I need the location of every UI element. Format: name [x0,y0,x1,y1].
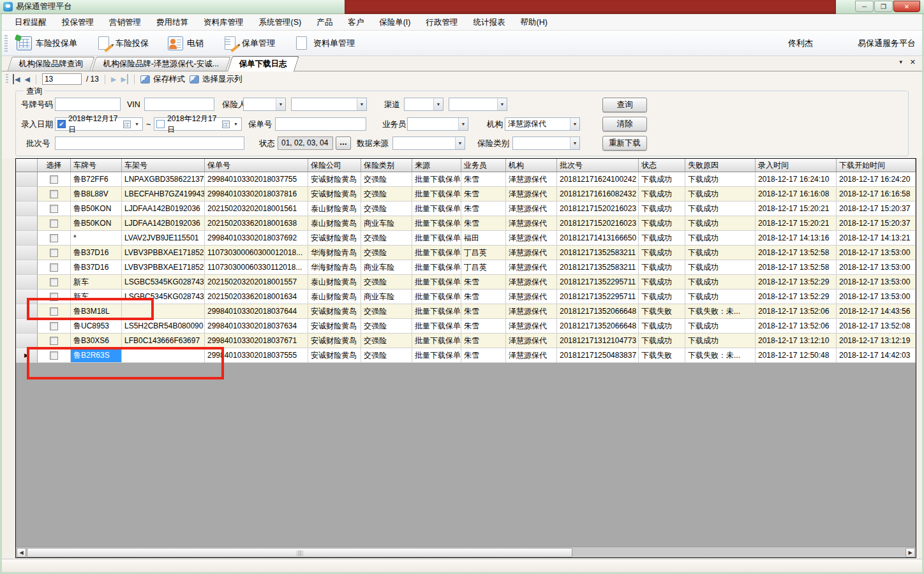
grid-cell[interactable]: 安诚财险黄岛 [308,348,361,363]
grid-cell[interactable]: 批量下载保单 [412,275,461,290]
grid-cell[interactable]: 下载成功 [639,246,685,260]
grid-cell[interactable]: LJDFAA142B0192036 [122,216,205,231]
grid-cell[interactable]: 鲁B37D16 [71,246,122,260]
grid-cell[interactable]: 批量下载保单 [412,202,461,216]
grid-cell[interactable]: 2018-12-17 16:16:58 [837,187,916,202]
grid-cell[interactable]: 鲁B37D16 [71,260,122,275]
column-header[interactable]: 保险类别 [361,159,412,172]
grid-cell[interactable]: 交强险 [361,202,412,216]
next-page-icon[interactable]: ▶ [111,74,116,84]
grid-cell[interactable]: 安诚财险黄岛 [308,187,361,202]
save-style-button[interactable]: 保存样式 [140,74,185,85]
grid-cell[interactable]: 下载成功 [639,319,685,334]
grid-cell[interactable]: 下载成功 [639,202,685,216]
grid-cell[interactable]: 299840103302018037634 [205,319,308,334]
grid-cell[interactable]: 下载成功 [685,202,756,216]
grid-cell[interactable]: 新车 [71,290,122,304]
grid-cell[interactable]: 下载成功 [639,260,685,275]
grid-cell[interactable]: 朱雪 [461,348,506,363]
grid-cell[interactable]: 299840103302018037644 [205,304,308,319]
grid-cell[interactable]: 交强险 [361,187,412,202]
grid-cell[interactable]: LSGBC5345KG028743 [122,290,205,304]
grid-cell[interactable]: 2018-12-17 13:53:00 [837,290,916,304]
tab-close-icon[interactable]: ✕ [910,58,916,66]
row-indicator[interactable]: ▶ [16,348,38,363]
grid-cell[interactable]: 泰山财险黄岛 [308,216,361,231]
menu-item[interactable]: 统计报表 [465,15,512,30]
grid-cell[interactable] [122,304,205,319]
row-checkbox[interactable] [50,278,58,286]
grid-cell[interactable]: 2018-12-17 13:52:08 [837,319,916,334]
status-ellipsis-button[interactable]: … [336,136,351,150]
grid-cell[interactable]: 批量下载保单 [412,172,461,187]
grid-cell[interactable]: 批量下载保单 [412,246,461,260]
grid-cell[interactable]: 下载成功 [685,187,756,202]
grid-cell[interactable]: 泰山财险黄岛 [308,275,361,290]
instype-select[interactable]: ▼ [512,136,580,150]
channel-select-2[interactable]: ▼ [449,98,507,111]
grid-cell[interactable]: 2018-12-17 15:20:37 [837,216,916,231]
grid-cell[interactable]: 2018-12-17 14:13:21 [837,231,916,246]
grid-cell[interactable]: 丁昌英 [461,246,506,260]
select-columns-button[interactable]: 选择显示列 [190,74,242,85]
row-checkbox[interactable] [50,219,58,228]
grid-cell[interactable]: 交强险 [361,275,412,290]
row-indicator[interactable] [16,187,38,202]
grid-cell[interactable]: 下载成功 [685,275,756,290]
grid-cell[interactable]: 批量下载保单 [412,334,461,348]
column-header[interactable]: 状态 [639,159,685,172]
grid-cell[interactable]: 鲁B8L88V [71,187,122,202]
row-indicator[interactable] [16,202,38,216]
insured-select-2[interactable]: ▼ [291,98,367,111]
channel-select-1[interactable]: ▼ [404,98,443,111]
grid-cell[interactable]: 下载成功 [639,290,685,304]
grid-cell[interactable]: 下载成功 [685,172,756,187]
grid-cell[interactable]: 交强险 [361,304,412,319]
grid-cell[interactable]: 泽慧源保代 [506,172,557,187]
grid-cell[interactable]: 下载成功 [685,260,756,275]
column-header[interactable]: 保险公司 [308,159,361,172]
grid-cell[interactable]: 下载成功 [639,275,685,290]
grid-cell[interactable]: 2018-12-17 13:52:29 [756,290,837,304]
scroll-left-icon[interactable]: ◀ [17,548,26,557]
row-checkbox[interactable] [50,322,58,330]
grid-cell[interactable]: 泽慧源保代 [506,304,557,319]
grid-cell[interactable]: 泽慧源保代 [506,187,557,202]
grid-cell[interactable]: 泽慧源保代 [506,334,557,348]
menu-item[interactable]: 营销管理 [101,15,149,30]
menu-item[interactable]: 费用结算 [149,15,196,30]
grid-cell[interactable]: 安诚财险黄岛 [308,172,361,187]
grid-cell[interactable]: 泰山财险黄岛 [308,290,361,304]
column-header[interactable]: 业务员 [461,159,506,172]
row-checkbox[interactable] [50,337,58,345]
search-button[interactable]: 查询 [602,98,647,112]
row-indicator[interactable] [16,231,38,246]
close-button[interactable]: ✕ [893,1,920,12]
grid-cell[interactable]: 下载成功 [639,172,685,187]
grid-cell[interactable]: 鲁UC8953 [71,319,122,334]
toolbar-button-policy-manage[interactable]: 保单管理 [218,34,280,52]
grid-cell[interactable]: 下载成功 [639,334,685,348]
column-header[interactable]: 来源 [412,159,461,172]
grid-cell[interactable]: 安诚财险黄岛 [308,334,361,348]
grid-cell[interactable]: 泽慧源保代 [506,246,557,260]
grid-cell[interactable]: 下载成功 [639,231,685,246]
grid-cell[interactable] [122,348,205,363]
grid-cell[interactable]: 鲁B50KON [71,202,122,216]
toolbar-button-vehicle-policy-form[interactable]: 车险投保单 [11,34,82,52]
menu-item[interactable]: 保险单(I) [371,15,418,30]
page-number-input[interactable] [42,73,82,85]
grid-cell[interactable]: 安诚财险黄岛 [308,304,361,319]
tab-brand-zehuiyuan[interactable]: 机构保险品牌-泽慧源保代-安诚... [91,57,230,71]
grid-cell[interactable]: 泽慧源保代 [506,231,557,246]
grid-cell[interactable]: 泽慧源保代 [506,216,557,231]
row-checkbox[interactable] [50,263,58,272]
column-header[interactable]: 选择 [38,159,71,172]
grid-cell[interactable]: 2018-12-17 16:24:20 [837,172,916,187]
grid-cell[interactable]: 朱雪 [461,304,506,319]
scroll-right-icon[interactable]: ▶ [905,548,915,557]
row-indicator[interactable] [16,319,38,334]
grid-cell[interactable]: 202150203202018001561 [205,202,308,216]
grid-cell[interactable]: 新车 [71,275,122,290]
grid-cell[interactable]: 下载失败 [639,304,685,319]
